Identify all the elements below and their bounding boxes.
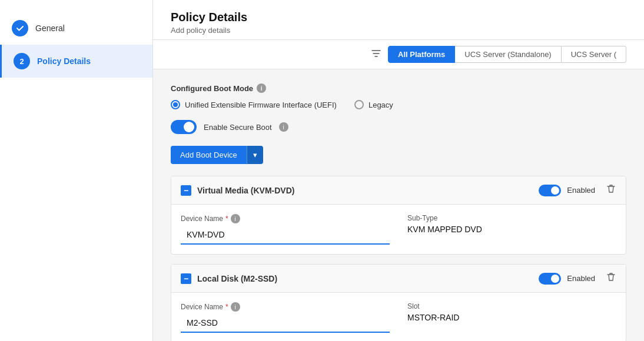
subtype-label-kvm: Sub-Type — [407, 214, 616, 222]
device-name-input-m2[interactable] — [181, 314, 390, 333]
sidebar-item-policy-details[interactable]: 2 Policy Details — [0, 45, 152, 78]
radio-uefi[interactable]: Unified Extensible Firmware Interface (U… — [171, 100, 337, 109]
secure-boot-label: Enable Secure Boot — [204, 123, 272, 132]
sidebar: General 2 Policy Details — [0, 0, 153, 341]
device-card-kvm-dvd-header: − Virtual Media (KVM-DVD) Enabled — [171, 176, 626, 205]
platform-bar: All Platforms UCS Server (Standalone) UC… — [153, 40, 644, 69]
delete-icon-m2-ssd[interactable] — [606, 272, 616, 285]
device-name-info-kvm[interactable]: i — [231, 214, 240, 223]
sidebar-item-label-general: General — [35, 24, 65, 33]
collapse-icon-m2-ssd[interactable]: − — [181, 273, 191, 284]
device-name-required-m2: * — [225, 303, 228, 311]
device-card-m2-ssd-title: Local Disk (M2-SSD) — [197, 274, 533, 283]
delete-icon-kvm-dvd[interactable] — [606, 183, 616, 197]
device-name-field-m2: Device Name * i — [181, 302, 390, 333]
slot-field-m2: Slot MSTOR-RAID — [407, 302, 616, 333]
device-card-kvm-dvd: − Virtual Media (KVM-DVD) Enabled — [171, 176, 626, 255]
platform-tab-ucs-b[interactable]: UCS Server ( — [562, 46, 626, 63]
main-content: Policy Details Add policy details All Pl… — [153, 0, 644, 341]
sidebar-item-label-policy: Policy Details — [37, 56, 91, 66]
step-circle-policy: 2 — [14, 53, 30, 69]
device-card-kvm-dvd-body: Device Name * i Sub-Type KVM MAPPED DVD — [171, 205, 626, 254]
subtype-field-kvm: Sub-Type KVM MAPPED DVD — [407, 214, 616, 245]
add-boot-device-button[interactable]: Add Boot Device — [171, 146, 247, 164]
device-field-row-m2: Device Name * i Slot MSTOR-RAID — [181, 302, 616, 333]
slot-value-m2: MSTOR-RAID — [407, 313, 616, 322]
boot-mode-label: Configured Boot Mode — [171, 84, 253, 93]
device-status-kvm-dvd: Enabled — [539, 183, 616, 197]
radio-label-legacy: Legacy — [369, 101, 393, 109]
page-title: Policy Details — [171, 11, 626, 24]
device-name-label-kvm: Device Name * i — [181, 214, 390, 223]
device-toggle-m2-ssd[interactable] — [539, 273, 561, 285]
secure-boot-info-icon[interactable]: i — [279, 122, 288, 132]
content-area: Configured Boot Mode i Unified Extensibl… — [153, 69, 644, 341]
device-enabled-label-m2-ssd: Enabled — [567, 274, 595, 283]
add-boot-device-arrow[interactable]: ▾ — [247, 146, 263, 164]
collapse-icon-kvm-dvd[interactable]: − — [181, 185, 191, 196]
device-toggle-kvm-dvd[interactable] — [539, 185, 561, 196]
device-field-row-kvm: Device Name * i Sub-Type KVM MAPPED DVD — [181, 214, 616, 245]
device-card-m2-ssd: − Local Disk (M2-SSD) Enabled — [171, 264, 626, 341]
platform-tab-standalone[interactable]: UCS Server (Standalone) — [455, 46, 561, 63]
device-card-kvm-dvd-title: Virtual Media (KVM-DVD) — [197, 186, 533, 195]
device-name-input-kvm[interactable] — [181, 226, 390, 245]
secure-boot-row: Enable Secure Boot i — [171, 120, 626, 134]
radio-label-uefi: Unified Extensible Firmware Interface (U… — [185, 101, 337, 109]
boot-mode-info-icon[interactable]: i — [257, 83, 266, 93]
device-name-field-kvm: Device Name * i — [181, 214, 390, 245]
page-header: Policy Details Add policy details — [153, 0, 644, 40]
radio-btn-legacy[interactable] — [354, 100, 364, 109]
device-name-label-m2: Device Name * i — [181, 302, 390, 312]
platform-tab-all[interactable]: All Platforms — [388, 46, 455, 63]
device-enabled-label-kvm-dvd: Enabled — [567, 186, 595, 195]
secure-boot-toggle[interactable] — [171, 120, 197, 134]
device-card-m2-ssd-body: Device Name * i Slot MSTOR-RAID — [171, 293, 626, 341]
add-boot-device-button-group: Add Boot Device ▾ — [171, 146, 263, 164]
device-name-required-kvm: * — [225, 215, 228, 223]
slot-label-m2: Slot — [407, 302, 616, 310]
boot-mode-section-label: Configured Boot Mode i — [171, 83, 626, 93]
sidebar-item-general[interactable]: General — [0, 12, 152, 45]
device-status-m2-ssd: Enabled — [539, 272, 616, 285]
subtype-value-kvm: KVM MAPPED DVD — [407, 225, 616, 234]
step-circle-general — [12, 20, 28, 36]
device-card-m2-ssd-header: − Local Disk (M2-SSD) Enabled — [171, 265, 626, 293]
boot-mode-radio-group: Unified Extensible Firmware Interface (U… — [171, 100, 626, 109]
filter-icon[interactable] — [371, 49, 381, 61]
page-subtitle: Add policy details — [171, 26, 626, 35]
radio-legacy[interactable]: Legacy — [354, 100, 393, 109]
device-name-info-m2[interactable]: i — [231, 302, 240, 312]
radio-btn-uefi[interactable] — [171, 100, 180, 109]
